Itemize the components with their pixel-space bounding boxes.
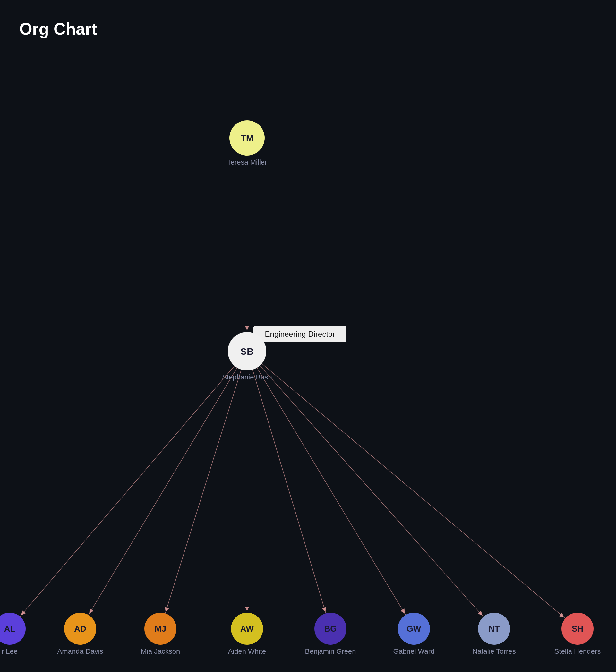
node-initials-SB: SB xyxy=(240,346,254,357)
node-name-MJ: Mia Jackson xyxy=(141,647,180,655)
svg-text:Engineering Director: Engineering Director xyxy=(265,330,335,338)
arrow-SB-BG xyxy=(322,607,326,612)
node-initials-AD: AD xyxy=(74,624,86,634)
node-GW[interactable]: GWGabriel Ward xyxy=(393,613,435,655)
node-name-SH: Stella Henders xyxy=(554,647,601,655)
node-name-AW: Aiden White xyxy=(228,647,266,655)
arrow-TM-SB xyxy=(245,326,249,330)
line-SB-AL xyxy=(10,351,247,629)
node-NT[interactable]: NTNatalie Torres xyxy=(472,613,516,655)
node-name-SB: Stephanie Bush xyxy=(222,373,272,381)
node-initials-SH: SH xyxy=(572,624,583,634)
node-name-GW: Gabriel Ward xyxy=(393,647,435,655)
line-SB-GW xyxy=(247,351,414,629)
node-initials-NT: NT xyxy=(489,624,500,634)
node-name-AD: Amanda Davis xyxy=(57,647,103,655)
node-BG[interactable]: BGBenjamin Green xyxy=(305,613,356,655)
org-chart-canvas: TMTeresa MillerALr LeeADAmanda DavisMJMi… xyxy=(0,0,616,672)
arrow-SB-AD xyxy=(89,608,93,614)
node-initials-AW: AW xyxy=(240,624,254,634)
node-initials-AL: AL xyxy=(4,624,15,634)
node-SH[interactable]: SHStella Henders xyxy=(554,613,601,655)
node-initials-GW: GW xyxy=(407,624,421,634)
node-initials-BG: BG xyxy=(324,624,337,634)
arrow-SB-SH xyxy=(559,613,564,617)
tooltip-engineering-director: Engineering Director xyxy=(253,326,347,342)
arrow-SB-AW xyxy=(245,607,249,611)
line-SB-MJ xyxy=(160,351,247,629)
arrow-SB-MJ xyxy=(165,607,169,612)
arrow-SB-AL xyxy=(21,610,26,615)
node-AL[interactable]: ALr Lee xyxy=(0,613,26,655)
node-name-AL: r Lee xyxy=(2,647,18,655)
line-SB-SH xyxy=(247,351,577,629)
node-name-BG: Benjamin Green xyxy=(305,647,356,655)
line-SB-NT xyxy=(247,351,494,629)
node-name-NT: Natalie Torres xyxy=(472,647,516,655)
node-TM[interactable]: TMTeresa Miller xyxy=(227,120,267,166)
node-initials-MJ: MJ xyxy=(155,624,166,634)
line-SB-BG xyxy=(247,351,330,629)
node-initials-TM: TM xyxy=(241,133,253,143)
node-AW[interactable]: AWAiden White xyxy=(228,613,266,655)
arrow-SB-GW xyxy=(400,608,405,614)
node-AD[interactable]: ADAmanda Davis xyxy=(57,613,103,655)
line-SB-AD xyxy=(80,351,247,629)
node-MJ[interactable]: MJMia Jackson xyxy=(141,613,180,655)
node-name-TM: Teresa Miller xyxy=(227,158,267,166)
